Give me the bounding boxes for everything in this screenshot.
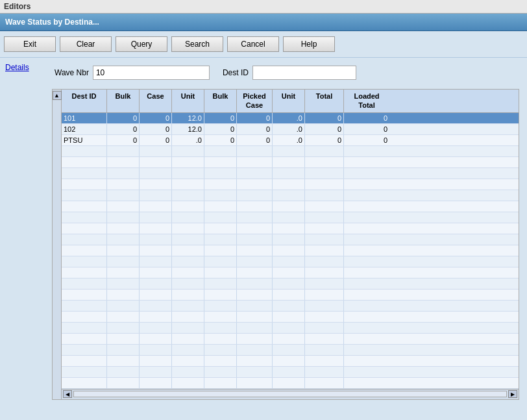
clear-button[interactable]: Clear	[60, 36, 112, 52]
table-cell-empty	[140, 201, 172, 212]
table-cell-empty	[140, 323, 172, 333]
table-cell-empty	[172, 245, 204, 256]
table-cell-empty	[107, 179, 140, 190]
table-cell-empty	[107, 334, 140, 344]
table-cell-empty	[237, 168, 273, 179]
table-cell-empty	[172, 157, 204, 167]
grid-with-scroll: ▲ Dest ID Bulk Case Unit Bulk PickedCase…	[53, 90, 519, 399]
table-cell-empty	[273, 323, 305, 333]
table-cell-empty	[140, 245, 172, 256]
table-cell-empty	[172, 278, 204, 289]
table-row[interactable]: 1020012.000.000	[62, 124, 519, 135]
table-cell: 0	[204, 113, 237, 123]
table-cell-empty	[204, 345, 237, 355]
table-row-empty	[62, 168, 519, 179]
table-cell-empty	[273, 146, 305, 156]
table-cell: .0	[273, 135, 305, 145]
grid-body[interactable]: 1010012.000.0001020012.000.000PTSU00.000…	[62, 113, 519, 389]
table-cell-empty	[273, 212, 305, 223]
table-row-empty	[62, 179, 519, 190]
table-cell-empty	[237, 278, 273, 289]
table-cell-empty	[273, 223, 305, 234]
table-cell-empty	[237, 190, 273, 201]
table-cell: 0	[107, 135, 140, 145]
table-cell: 0	[237, 124, 273, 134]
table-cell-empty	[305, 378, 344, 388]
query-button[interactable]: Query	[116, 36, 167, 52]
table-cell-empty	[107, 168, 140, 179]
app-header-title: Wave Status by Destina...	[5, 18, 99, 27]
table-cell-empty	[62, 278, 107, 289]
table-cell-empty	[62, 146, 107, 156]
h-scroll-track[interactable]	[73, 391, 507, 397]
table-cell-empty	[237, 367, 273, 377]
table-cell: 0	[107, 113, 140, 123]
table-cell-empty	[62, 168, 107, 179]
table-cell-empty	[273, 334, 305, 344]
table-cell-empty	[305, 367, 344, 377]
table-row-empty	[62, 256, 519, 267]
table-cell-empty	[204, 312, 237, 322]
table-cell-empty	[237, 245, 273, 256]
table-cell-empty	[62, 356, 107, 366]
table-cell: PTSU	[62, 135, 107, 145]
table-cell-empty	[237, 323, 273, 333]
table-cell-empty	[62, 367, 107, 377]
table-cell: 101	[62, 113, 107, 123]
table-cell-empty	[305, 201, 344, 212]
table-cell: 0	[204, 124, 237, 134]
table-cell-empty	[305, 278, 344, 289]
col-bulk: Bulk	[107, 90, 140, 112]
grid-container: ▲ Dest ID Bulk Case Unit Bulk PickedCase…	[52, 89, 519, 400]
table-cell-empty	[273, 312, 305, 322]
dest-id-input[interactable]	[252, 66, 356, 80]
table-cell-empty	[204, 146, 237, 156]
table-cell-empty	[107, 378, 140, 388]
bottom-scrollbar[interactable]: ◀ ▶	[62, 389, 519, 399]
table-row[interactable]: 1010012.000.000	[62, 113, 519, 124]
help-button[interactable]: Help	[283, 36, 335, 52]
table-cell-empty	[172, 146, 204, 156]
table-cell-empty	[344, 223, 389, 234]
table-cell-empty	[140, 234, 172, 245]
title-bar-label: Editors	[4, 2, 31, 11]
table-cell-empty	[344, 146, 389, 156]
table-cell-empty	[107, 312, 140, 322]
details-link[interactable]: Details	[5, 63, 29, 72]
table-cell-empty	[273, 301, 305, 311]
table-cell-empty	[107, 223, 140, 234]
table-cell: 0	[305, 135, 344, 145]
form-row: Wave Nbr Dest ID	[49, 63, 522, 82]
table-cell-empty	[273, 356, 305, 366]
table-cell: 0	[140, 135, 172, 145]
table-cell-empty	[204, 256, 237, 267]
table-cell-empty	[204, 267, 237, 278]
table-cell-empty	[237, 267, 273, 278]
table-row[interactable]: PTSU00.000.000	[62, 135, 519, 146]
table-cell-empty	[107, 234, 140, 245]
table-cell-empty	[62, 290, 107, 300]
table-cell: .0	[273, 124, 305, 134]
col-case: Case	[140, 90, 172, 112]
table-cell-empty	[273, 267, 305, 278]
h-scroll-left[interactable]: ◀	[63, 390, 72, 398]
table-cell-empty	[107, 201, 140, 212]
table-cell-empty	[172, 301, 204, 311]
table-cell-empty	[305, 190, 344, 201]
scroll-up-arrow[interactable]: ▲	[53, 91, 62, 100]
cancel-button[interactable]: Cancel	[227, 36, 279, 52]
col-dest-id: Dest ID	[62, 90, 107, 112]
table-cell-empty	[62, 212, 107, 223]
table-cell-empty	[344, 201, 389, 212]
table-cell-empty	[140, 356, 172, 366]
table-cell-empty	[140, 190, 172, 201]
table-cell: 0	[344, 135, 389, 145]
exit-button[interactable]: Exit	[4, 36, 56, 52]
search-button[interactable]: Search	[171, 36, 223, 52]
table-cell-empty	[107, 146, 140, 156]
table-cell-empty	[62, 301, 107, 311]
table-row-empty	[62, 190, 519, 201]
app-header: Wave Status by Destina...	[0, 14, 527, 31]
wave-nbr-input[interactable]	[93, 66, 210, 80]
h-scroll-right[interactable]: ▶	[508, 390, 517, 398]
